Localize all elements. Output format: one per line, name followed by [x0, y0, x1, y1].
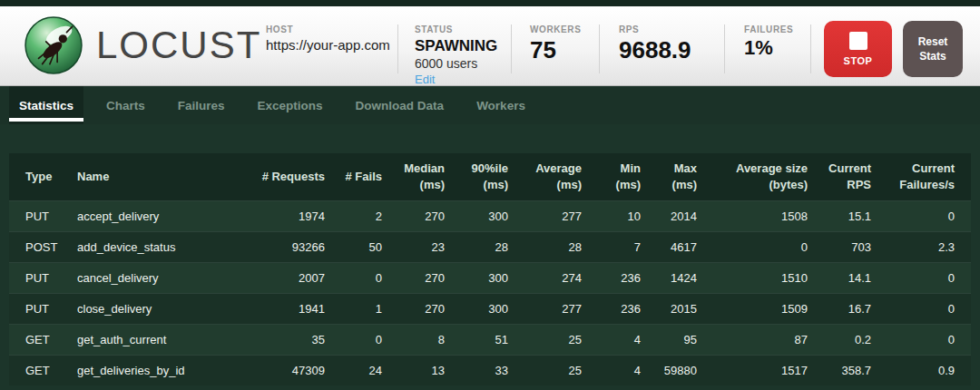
table-row: GETget_auth_current35085125495870.20 — [9, 324, 971, 355]
table-cell: 4 — [593, 355, 652, 385]
table-cell: 0 — [882, 293, 971, 324]
rps-value: 9688.9 — [619, 37, 691, 63]
table-cell: 0 — [882, 324, 971, 355]
column-header[interactable]: Median (ms) — [393, 153, 456, 200]
table-cell: 270 — [393, 293, 456, 324]
locust-logo: LOCUST — [24, 15, 261, 75]
locust-wordmark: LOCUST — [96, 24, 261, 67]
column-header[interactable]: Current Failures/s — [882, 153, 971, 200]
table-row: PUTaccept_delivery1974227030027710201415… — [9, 200, 971, 231]
table-cell: 1508 — [708, 200, 818, 231]
tab-statistics[interactable]: Statistics — [9, 86, 83, 124]
tab-exceptions[interactable]: Exceptions — [248, 86, 333, 124]
table-cell: 2.3 — [882, 231, 971, 262]
table-cell: 14.1 — [818, 262, 882, 293]
table-cell: accept_delivery — [77, 200, 259, 231]
table-cell: 50 — [336, 231, 393, 262]
table-cell: PUT — [9, 200, 77, 231]
table-cell: 703 — [818, 231, 882, 262]
table-cell: 277 — [519, 200, 593, 231]
table-cell: 0.9 — [882, 355, 971, 385]
stop-button-label: STOP — [844, 55, 873, 66]
table-cell: 300 — [456, 293, 519, 324]
statistics-panel: TypeName# Requests# FailsMedian (ms)90%i… — [9, 153, 971, 385]
column-header[interactable]: # Fails — [336, 153, 393, 200]
reset-stats-button[interactable]: Reset Stats — [903, 21, 963, 77]
table-cell: 236 — [593, 293, 652, 324]
table-row: PUTcancel_delivery2007027030027423614241… — [9, 262, 971, 293]
status-info: STATUS SPAWNING 6000 users Edit — [415, 24, 497, 87]
table-cell: 10 — [593, 200, 652, 231]
table-cell: 1424 — [652, 262, 708, 293]
table-cell: 1510 — [708, 262, 818, 293]
rps-label: RPS — [619, 24, 691, 34]
table-cell: 33 — [456, 355, 519, 385]
status-label: STATUS — [415, 24, 497, 34]
host-info: HOST https://your-app.com — [266, 24, 390, 53]
table-cell: 0 — [336, 324, 393, 355]
table-cell: 270 — [393, 262, 456, 293]
stop-button[interactable]: STOP — [824, 21, 892, 77]
tab-workers[interactable]: Workers — [466, 86, 535, 124]
column-header[interactable]: Min (ms) — [593, 153, 652, 200]
table-cell: 2 — [336, 200, 393, 231]
column-header[interactable]: Current RPS — [818, 153, 882, 200]
table-cell: 1509 — [708, 293, 818, 324]
stop-icon — [849, 32, 867, 50]
locust-mosquito-icon — [24, 15, 83, 75]
workers-value: 75 — [530, 37, 581, 63]
table-cell: GET — [9, 324, 77, 355]
divider — [724, 24, 725, 73]
column-header[interactable]: Average size (bytes) — [708, 153, 818, 200]
tab-bar: Statistics Charts Failures Exceptions Do… — [0, 86, 980, 124]
divider — [599, 24, 600, 73]
table-cell: 7 — [593, 231, 652, 262]
table-cell: 270 — [393, 200, 456, 231]
column-header[interactable]: Max (ms) — [652, 153, 708, 200]
host-value: https://your-app.com — [266, 37, 390, 53]
table-cell: 0 — [708, 231, 818, 262]
table-cell: 4617 — [652, 231, 708, 262]
stats-table-header: TypeName# Requests# FailsMedian (ms)90%i… — [9, 153, 971, 200]
column-header[interactable]: Type — [9, 153, 77, 200]
column-header[interactable]: Name — [77, 153, 259, 200]
table-cell: 1941 — [259, 293, 336, 324]
table-cell: 25 — [519, 355, 593, 385]
table-cell: PUT — [9, 262, 77, 293]
table-cell: 300 — [456, 200, 519, 231]
stats-table: TypeName# Requests# FailsMedian (ms)90%i… — [9, 153, 971, 385]
table-cell: 8 — [393, 324, 456, 355]
column-header[interactable]: 90%ile (ms) — [456, 153, 519, 200]
column-header[interactable]: Average (ms) — [519, 153, 593, 200]
edit-link[interactable]: Edit — [415, 73, 435, 86]
table-cell: 0.2 — [818, 324, 882, 355]
table-cell: 28 — [456, 231, 519, 262]
table-cell: 1974 — [259, 200, 336, 231]
table-cell: 4 — [593, 324, 652, 355]
table-cell: cancel_delivery — [77, 262, 259, 293]
divider — [397, 24, 398, 73]
table-cell: 2007 — [259, 262, 336, 293]
table-cell: 274 — [519, 262, 593, 293]
workers-info: WORKERS 75 — [530, 24, 581, 63]
table-cell: 25 — [519, 324, 593, 355]
tab-failures[interactable]: Failures — [168, 86, 235, 124]
tab-download-data[interactable]: Download Data — [346, 86, 455, 124]
table-cell: 47309 — [259, 355, 336, 385]
window-top-strip — [0, 0, 980, 6]
table-cell: GET — [9, 355, 77, 385]
divider — [810, 24, 811, 73]
table-cell: 28 — [519, 231, 593, 262]
tab-charts[interactable]: Charts — [96, 86, 155, 124]
table-row: GETget_deliveries_by_id47309241333254598… — [9, 355, 971, 385]
table-cell: POST — [9, 231, 77, 262]
table-cell: add_device_status — [77, 231, 259, 262]
table-cell: 95 — [652, 324, 708, 355]
rps-info: RPS 9688.9 — [619, 24, 691, 63]
table-cell: 236 — [593, 262, 652, 293]
failures-info: FAILURES 1% — [744, 24, 793, 59]
column-header[interactable]: # Requests — [259, 153, 336, 200]
top-bar: LOCUST HOST https://your-app.com STATUS … — [0, 6, 980, 86]
table-cell: 1 — [336, 293, 393, 324]
table-cell: 51 — [456, 324, 519, 355]
